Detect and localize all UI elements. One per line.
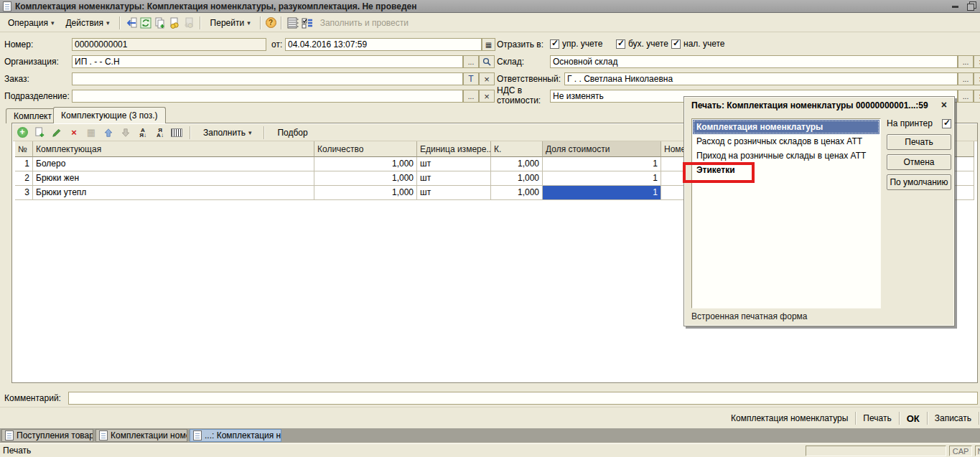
responsible-field[interactable]: Г . . Светлана Николаевна <box>564 72 958 85</box>
vat-clear-icon[interactable]: × <box>974 90 980 103</box>
warehouse-field[interactable]: Основной склад <box>550 55 958 68</box>
organization-label: Организация: <box>4 57 59 67</box>
col-header-num[interactable]: № <box>15 141 33 157</box>
calendar-icon[interactable]: ▦ <box>482 38 495 51</box>
col-header-component[interactable]: Комплектующая <box>33 141 314 157</box>
comment-field[interactable] <box>68 392 978 405</box>
status-message: Печать <box>3 446 31 456</box>
print-forms-list: Комплектация номенклатуры Расход с розни… <box>691 118 881 308</box>
cell-component[interactable]: Болеро <box>33 157 314 171</box>
tab-komplekt[interactable]: Комплект <box>6 108 60 123</box>
number-field[interactable]: 00000000001 <box>72 38 266 51</box>
actions-menu-button[interactable]: Действия <box>60 15 114 30</box>
window-title: Комплектация номенклатуры: Комплектация … <box>15 1 416 11</box>
unpost-document-icon <box>182 17 195 29</box>
tab-komplektuyushchie[interactable]: Комплектующие (3 поз.) <box>53 107 166 123</box>
cell-unit[interactable]: шт <box>417 157 491 171</box>
print-button[interactable]: Печать <box>856 413 898 423</box>
warehouse-clear-icon[interactable]: × <box>974 55 980 68</box>
cell-num[interactable]: 3 <box>15 186 33 200</box>
mgmt-accounting-checkbox[interactable] <box>550 39 559 49</box>
structure-icon[interactable] <box>286 17 299 29</box>
operation-menu-button[interactable]: Операция <box>3 15 59 30</box>
sort-asc-icon[interactable]: АЯ↓ <box>136 126 149 139</box>
cell-share[interactable]: 1 <box>543 171 661 186</box>
reflect-checkbox-mgmt[interactable]: упр. учете <box>550 39 602 49</box>
add-row-icon[interactable]: + <box>16 126 29 139</box>
col-header-unit[interactable]: Единица измере... <box>417 141 491 157</box>
vat-select-button[interactable]: ... <box>958 90 974 103</box>
reflect-checkbox-book[interactable]: бух. учете <box>616 39 668 49</box>
print-form-item-selected[interactable]: Комплектация номенклатуры <box>693 120 879 134</box>
cell-unit[interactable]: шт <box>417 171 491 186</box>
goto-menu-button[interactable]: Перейти <box>205 15 256 30</box>
post-document-icon[interactable] <box>168 17 181 29</box>
dialog-default-button[interactable]: По умолчанию <box>887 174 951 190</box>
sort-desc-icon[interactable]: ЯА↓ <box>154 126 167 139</box>
taskbar-tab-assemblies-list[interactable]: Комплектации номенклату... <box>95 429 187 442</box>
move-up-icon[interactable] <box>102 126 115 139</box>
cell-component[interactable]: Брюки жен <box>33 171 314 186</box>
taskbar-tab-assembly-doc[interactable]: ...: Комплектация номенкл... <box>190 429 281 442</box>
cell-qty[interactable]: 1,000 <box>314 186 417 200</box>
cell-qty[interactable]: 1,000 <box>314 157 417 171</box>
edit-row-icon[interactable] <box>50 126 63 139</box>
fill-settings-icon[interactable] <box>301 17 314 29</box>
refresh-icon[interactable] <box>139 17 152 29</box>
reflect-checkbox-tax[interactable]: нал. учете <box>671 39 725 49</box>
order-field[interactable] <box>72 72 463 85</box>
copy-document-icon[interactable] <box>154 17 167 29</box>
cell-share[interactable]: 1 <box>543 157 661 171</box>
warehouse-select-button[interactable]: ... <box>958 55 974 68</box>
help-icon[interactable]: ? <box>266 17 276 28</box>
toolbar-separator <box>119 17 121 29</box>
dialog-cancel-button[interactable]: Отмена <box>887 154 951 170</box>
barcode-icon[interactable] <box>171 128 182 137</box>
organization-field[interactable]: ИП . - - С.Н <box>72 55 463 68</box>
col-header-k[interactable]: К. <box>491 141 543 157</box>
magnifier-icon[interactable] <box>479 55 495 68</box>
delete-row-icon[interactable]: × <box>67 126 80 139</box>
restore-icon[interactable] <box>967 1 976 10</box>
cell-share-selected[interactable]: 1 <box>543 186 661 200</box>
division-select-button[interactable]: ... <box>463 90 479 103</box>
print-form-button[interactable]: Комплектация номенклатуры <box>724 413 855 423</box>
order-type-button[interactable]: T <box>463 72 479 85</box>
post-and-close-icon[interactable] <box>125 17 138 29</box>
save-button[interactable]: Записать <box>928 413 979 423</box>
fill-menu-button[interactable]: Заполнить <box>198 125 256 140</box>
cell-qty[interactable]: 1,000 <box>314 171 417 186</box>
to-printer-checkbox[interactable] <box>942 119 951 128</box>
close-icon[interactable]: × <box>941 99 947 110</box>
book-accounting-checkbox[interactable] <box>616 39 625 49</box>
date-field[interactable]: 04.04.2016 13:07:59 <box>285 38 482 51</box>
cell-unit[interactable]: шт <box>417 186 491 200</box>
dialog-print-button[interactable]: Печать <box>887 134 951 150</box>
select-button[interactable]: Подбор <box>272 125 312 140</box>
print-form-item[interactable]: Приход на розничные склады в ценах АТТ <box>693 149 879 163</box>
minimize-icon[interactable] <box>951 1 960 10</box>
cell-k[interactable]: 1,000 <box>491 186 543 200</box>
date-label: от: <box>271 39 282 50</box>
responsible-select-button[interactable]: ... <box>958 72 974 85</box>
division-clear-icon[interactable]: × <box>479 90 495 103</box>
cell-component[interactable]: Брюки утепл <box>33 186 314 200</box>
responsible-clear-icon[interactable]: × <box>974 72 980 85</box>
col-header-qty[interactable]: Количество <box>314 141 417 157</box>
ok-button[interactable]: ОК <box>900 413 927 424</box>
to-printer-option[interactable]: На принтер <box>887 118 951 128</box>
cell-num[interactable]: 1 <box>15 157 33 171</box>
cell-k[interactable]: 1,000 <box>491 157 543 171</box>
copy-row-icon[interactable] <box>33 126 46 139</box>
tax-accounting-checkbox[interactable] <box>671 39 681 49</box>
cell-num[interactable]: 2 <box>15 171 33 186</box>
select-label: Подбор <box>277 128 307 138</box>
organization-select-button[interactable]: ... <box>463 55 479 68</box>
division-field[interactable] <box>72 90 463 103</box>
cell-k[interactable]: 1,000 <box>491 171 543 186</box>
order-clear-icon[interactable]: × <box>479 72 495 85</box>
col-header-share[interactable]: Доля стоимости <box>543 141 661 157</box>
taskbar-tab-receipts[interactable]: Поступления товаров и услуг <box>1 429 93 442</box>
status-panel <box>806 446 946 456</box>
print-form-item[interactable]: Расход с розничных складов в ценах АТТ <box>693 134 879 149</box>
